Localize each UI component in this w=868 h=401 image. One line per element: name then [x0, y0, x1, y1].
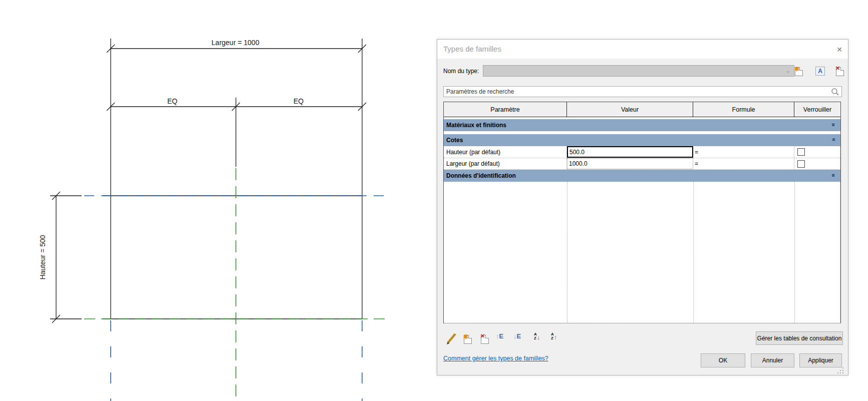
table-row-largeur: Largeur (par défaut) = [444, 158, 840, 170]
family-editor-canvas: Largeur = 1000 EQ EQ Hauteur = 500 [0, 0, 437, 401]
apply-button[interactable]: Appliquer [799, 353, 842, 367]
extension-lines [111, 39, 362, 319]
sort-z: Z [551, 336, 553, 340]
value-input[interactable] [567, 160, 693, 167]
parameter-table: Paramètre Valeur Formule Verrouiller Mat… [443, 102, 841, 323]
help-link[interactable]: Comment gérer les types de familles? [443, 355, 548, 362]
section-label: Données d'identification [444, 172, 516, 179]
paper-icon: ✱ [464, 335, 472, 344]
star-icon: ✱ [794, 66, 799, 73]
paper-icon: ✱ [795, 67, 803, 76]
formula-cell[interactable]: = [693, 158, 794, 169]
dialog-titlebar[interactable]: Types de familles ✕ [437, 40, 848, 59]
dimension-eq[interactable] [107, 103, 366, 111]
sort-z: Z [534, 336, 536, 340]
search-input[interactable]: Paramètres de recherche [443, 86, 842, 97]
paper-icon: ✕ [836, 67, 844, 76]
lock-checkbox[interactable] [797, 160, 805, 168]
sort-down-arrow-icon: ↓ [537, 333, 540, 341]
section-materiaux[interactable]: Matériaux et finitions » [444, 119, 840, 131]
ok-button[interactable]: OK [701, 353, 745, 367]
new-type-button[interactable]: ✱ [793, 65, 805, 77]
star-icon: ✱ [463, 333, 468, 340]
chevron-expand-icon[interactable]: » [830, 174, 837, 177]
manage-lookup-tables-button[interactable]: Gérer les tables de consultation [756, 331, 843, 345]
section-donnees[interactable]: Données d'identification » [444, 170, 840, 182]
type-name-dropdown[interactable]: ⌄ [483, 65, 794, 77]
value-input[interactable] [568, 149, 692, 156]
e-glyph: E [499, 332, 504, 340]
param-name[interactable]: Hauteur (par défaut) [444, 146, 567, 158]
section-label: Matériaux et finitions [444, 122, 506, 129]
sort-ascending-button[interactable]: A Z↓ [534, 332, 540, 344]
section-cotes[interactable]: Cotes » [444, 134, 840, 146]
value-cell[interactable] [567, 158, 693, 169]
lock-cell [794, 158, 840, 169]
table-empty-area [444, 182, 840, 323]
dimension-hauteur-label[interactable]: Hauteur = 500 [39, 235, 47, 279]
lock-checkbox[interactable] [797, 148, 805, 156]
e-glyph: E [517, 332, 521, 340]
table-row-hauteur: Hauteur (par défaut) = [444, 146, 840, 158]
lock-cell [794, 146, 840, 158]
delete-type-button[interactable]: ✕ [834, 65, 846, 77]
rename-icon: A [815, 67, 825, 76]
edit-parameter-button[interactable] [446, 332, 457, 344]
value-cell-focused[interactable] [567, 146, 693, 158]
col-verrouiller[interactable]: Verrouiller [794, 102, 840, 117]
search-icon [831, 88, 839, 96]
type-name-label: Nom du type: [443, 68, 479, 75]
eq-label-right[interactable]: EQ [294, 97, 304, 105]
sort-descending-button[interactable]: A Z↑ [551, 332, 557, 344]
resize-grip[interactable] [837, 367, 843, 373]
family-types-dialog: Types de familles ✕ Nom du type: ⌄ ✱ A ✕… [437, 39, 848, 375]
pencil-icon [446, 332, 457, 344]
table-header: Paramètre Valeur Formule Verrouiller [444, 102, 840, 117]
col-formule[interactable]: Formule [693, 102, 794, 117]
chevron-collapse-icon[interactable]: » [830, 138, 837, 142]
dialog-title: Types de familles [443, 45, 501, 53]
paper-icon: ✕ [481, 335, 489, 344]
delete-x-icon: ✕ [835, 65, 840, 72]
param-name[interactable]: Largeur (par défaut) [444, 158, 567, 169]
col-valeur[interactable]: Valeur [567, 102, 693, 117]
rename-type-button[interactable]: A [814, 65, 826, 77]
dimension-hauteur[interactable] [50, 192, 82, 323]
sort-up-arrow-icon: ↑ [554, 333, 557, 341]
section-label: Cotes [444, 137, 463, 144]
formula-cell[interactable]: = [693, 146, 794, 158]
eq-label-left[interactable]: EQ [167, 97, 177, 105]
move-down-button[interactable]: ↓E [513, 332, 521, 344]
sketch-edges[interactable] [103, 196, 362, 319]
cancel-button[interactable]: Annuler [751, 353, 794, 367]
chevron-expand-icon[interactable]: » [830, 123, 837, 127]
search-placeholder: Paramètres de recherche [446, 88, 514, 95]
move-up-button[interactable]: ↑E [496, 332, 503, 344]
delete-x-icon: ✕ [480, 333, 485, 339]
dimension-largeur-label[interactable]: Largeur = 1000 [211, 39, 259, 47]
chevron-down-icon: ⌄ [786, 68, 790, 74]
col-parametre[interactable]: Paramètre [444, 102, 567, 117]
close-icon[interactable]: ✕ [834, 44, 845, 55]
